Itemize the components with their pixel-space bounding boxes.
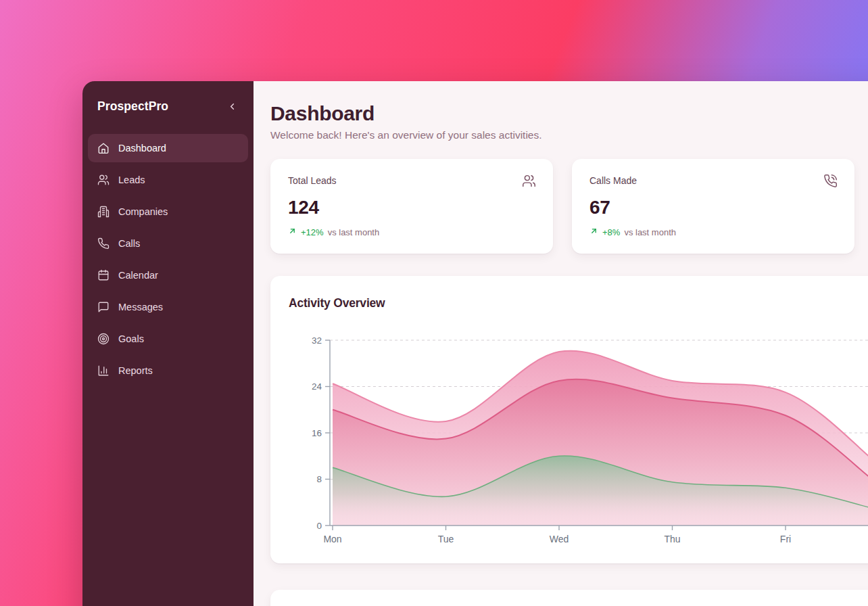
sidebar-item-label: Dashboard bbox=[118, 143, 166, 154]
stat-card-grid: Total Leads124+12%vs last monthCalls Mad… bbox=[270, 159, 868, 254]
stat-card-value: 124 bbox=[288, 197, 536, 218]
gradient-background: ProspectPro DashboardLeadsCompaniesCalls… bbox=[0, 0, 868, 606]
stat-card-label: Calls Made bbox=[589, 175, 637, 186]
svg-text:24: 24 bbox=[312, 381, 322, 392]
activity-overview-card: Activity Overview 08162432MonTueWedThuFr… bbox=[270, 276, 868, 563]
svg-text:Fri: Fri bbox=[780, 534, 791, 544]
stat-card-total-leads: Total Leads124+12%vs last month bbox=[270, 159, 553, 254]
main-content: Dashboard Welcome back! Here's an overvi… bbox=[254, 81, 868, 606]
svg-text:Tue: Tue bbox=[438, 534, 454, 544]
home-icon bbox=[97, 142, 110, 154]
stat-card-header: Calls Made bbox=[589, 175, 838, 191]
sidebar-nav: DashboardLeadsCompaniesCallsCalendarMess… bbox=[82, 134, 254, 388]
svg-text:0: 0 bbox=[316, 521, 322, 531]
svg-text:Thu: Thu bbox=[664, 534, 680, 544]
sidebar-item-label: Messages bbox=[118, 302, 163, 312]
sidebar-item-leads[interactable]: Leads bbox=[88, 166, 248, 194]
svg-text:Wed: Wed bbox=[550, 534, 569, 544]
svg-text:16: 16 bbox=[312, 428, 322, 438]
sidebar-item-label: Calls bbox=[118, 238, 140, 249]
stat-card-change-suffix: vs last month bbox=[328, 227, 380, 237]
sidebar-item-label: Reports bbox=[118, 365, 153, 376]
activity-chart: 08162432MonTueWedThuFri bbox=[270, 276, 868, 563]
partially-visible-card bbox=[270, 590, 868, 606]
sidebar-item-calls[interactable]: Calls bbox=[88, 229, 248, 258]
target-icon bbox=[97, 333, 110, 345]
building-icon bbox=[97, 206, 110, 218]
sidebar-item-label: Companies bbox=[118, 206, 168, 217]
stat-card-header: Total Leads bbox=[288, 175, 536, 191]
stat-card-change-pct: +12% bbox=[301, 227, 324, 237]
app-logo: ProspectPro bbox=[97, 99, 168, 114]
sidebar: ProspectPro DashboardLeadsCompaniesCalls… bbox=[82, 81, 254, 606]
sidebar-item-label: Leads bbox=[118, 174, 145, 185]
sidebar-item-label: Calendar bbox=[118, 270, 158, 281]
sidebar-item-goals[interactable]: Goals bbox=[88, 325, 248, 353]
svg-text:32: 32 bbox=[312, 335, 322, 346]
sidebar-collapse-button[interactable] bbox=[226, 100, 239, 113]
svg-text:8: 8 bbox=[316, 474, 322, 484]
phone-call-icon bbox=[823, 174, 838, 188]
stat-card-change-pct: +8% bbox=[602, 227, 620, 237]
sidebar-item-companies[interactable]: Companies bbox=[88, 197, 248, 226]
svg-text:Mon: Mon bbox=[323, 534, 341, 544]
trend-up-icon bbox=[288, 227, 297, 235]
app-window: ProspectPro DashboardLeadsCompaniesCalls… bbox=[82, 81, 868, 606]
stat-card-calls-made: Calls Made67+8%vs last month bbox=[572, 159, 854, 254]
sidebar-item-calendar[interactable]: Calendar bbox=[88, 261, 248, 289]
users-icon bbox=[97, 174, 110, 186]
trend-up-icon bbox=[589, 227, 598, 235]
sidebar-header: ProspectPro bbox=[82, 81, 254, 114]
sidebar-item-reports[interactable]: Reports bbox=[88, 356, 248, 385]
stat-card-value: 67 bbox=[589, 197, 838, 218]
sidebar-item-messages[interactable]: Messages bbox=[88, 293, 248, 321]
stat-card-label: Total Leads bbox=[288, 175, 337, 186]
page-title: Dashboard bbox=[270, 101, 868, 126]
stat-card-change-suffix: vs last month bbox=[624, 227, 676, 237]
calendar-icon bbox=[97, 269, 110, 281]
phone-icon bbox=[97, 237, 110, 250]
stat-card-change: +8%vs last month bbox=[589, 227, 838, 237]
chevron-left-icon bbox=[227, 101, 237, 112]
sidebar-item-dashboard[interactable]: Dashboard bbox=[88, 134, 248, 162]
page-subtitle: Welcome back! Here's an overview of your… bbox=[270, 129, 868, 142]
users-icon bbox=[522, 174, 536, 188]
bar-chart-icon bbox=[97, 365, 110, 377]
sidebar-item-label: Goals bbox=[118, 333, 144, 344]
stat-card-change: +12%vs last month bbox=[288, 227, 536, 237]
message-square-icon bbox=[97, 301, 110, 313]
